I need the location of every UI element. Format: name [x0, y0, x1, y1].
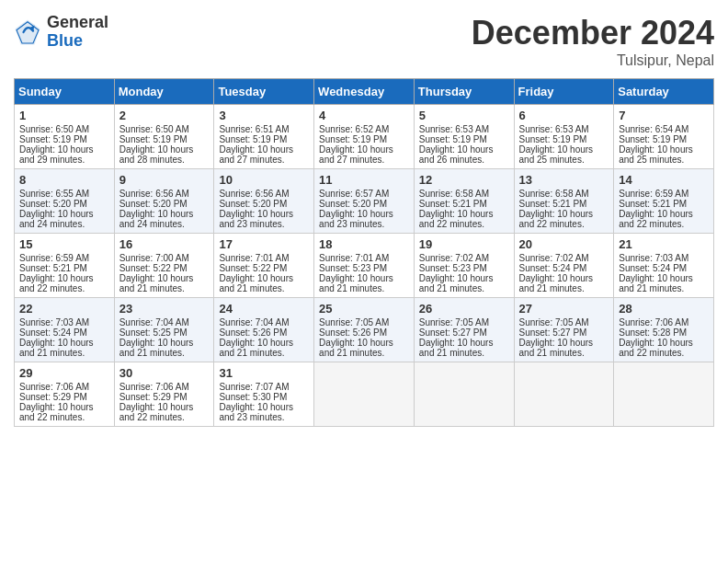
- day-info: Sunset: 5:23 PM: [319, 263, 409, 273]
- day-info: Daylight: 10 hours: [319, 209, 409, 219]
- day-info: Sunset: 5:20 PM: [19, 199, 109, 209]
- day-number: 31: [219, 366, 309, 380]
- day-number: 29: [19, 366, 109, 380]
- day-info: Daylight: 10 hours: [219, 338, 309, 348]
- day-info: Sunrise: 7:01 AM: [219, 253, 309, 263]
- table-row: [614, 362, 714, 427]
- day-info: and 21 minutes.: [519, 283, 609, 293]
- day-info: Sunrise: 7:03 AM: [19, 317, 109, 327]
- table-row: 12Sunrise: 6:58 AMSunset: 5:21 PMDayligh…: [414, 169, 514, 234]
- day-info: Sunrise: 7:05 AM: [519, 317, 609, 327]
- day-info: Sunrise: 6:54 AM: [619, 124, 709, 134]
- day-info: Sunset: 5:25 PM: [119, 327, 210, 338]
- day-info: Sunrise: 6:58 AM: [419, 189, 509, 199]
- day-info: and 21 minutes.: [219, 348, 309, 358]
- calendar-row: 15Sunrise: 6:59 AMSunset: 5:21 PMDayligh…: [15, 234, 714, 298]
- day-number: 14: [619, 173, 709, 187]
- day-info: Daylight: 10 hours: [219, 273, 309, 283]
- month-title: December 2024: [472, 14, 714, 52]
- table-row: [514, 362, 614, 427]
- day-info: Daylight: 10 hours: [19, 273, 109, 283]
- table-row: 23Sunrise: 7:04 AMSunset: 5:25 PMDayligh…: [114, 298, 214, 362]
- day-info: and 28 minutes.: [119, 155, 210, 165]
- day-info: Sunrise: 6:50 AM: [19, 124, 109, 134]
- day-info: Sunset: 5:22 PM: [219, 263, 309, 273]
- table-row: 11Sunrise: 6:57 AMSunset: 5:20 PMDayligh…: [314, 169, 415, 234]
- day-number: 17: [219, 237, 309, 251]
- day-number: 11: [319, 173, 409, 187]
- day-info: Sunset: 5:30 PM: [219, 392, 309, 402]
- day-info: Sunset: 5:19 PM: [319, 134, 409, 144]
- table-row: 19Sunrise: 7:02 AMSunset: 5:23 PMDayligh…: [414, 234, 514, 298]
- day-info: and 21 minutes.: [319, 348, 409, 358]
- day-info: and 21 minutes.: [619, 283, 709, 293]
- table-row: [314, 362, 415, 427]
- day-number: 3: [219, 109, 309, 122]
- day-info: Sunrise: 6:55 AM: [19, 189, 109, 199]
- day-number: 30: [119, 366, 210, 380]
- day-info: Daylight: 10 hours: [519, 209, 609, 219]
- day-info: Sunrise: 7:04 AM: [119, 317, 210, 327]
- day-info: and 22 minutes.: [519, 219, 609, 229]
- day-number: 12: [419, 173, 509, 187]
- table-row: 30Sunrise: 7:06 AMSunset: 5:29 PMDayligh…: [114, 362, 214, 427]
- day-info: Daylight: 10 hours: [419, 144, 509, 155]
- day-info: Daylight: 10 hours: [119, 338, 210, 348]
- day-number: 6: [519, 109, 609, 122]
- table-row: 18Sunrise: 7:01 AMSunset: 5:23 PMDayligh…: [314, 234, 415, 298]
- day-info: Sunrise: 6:58 AM: [519, 189, 609, 199]
- day-info: Sunset: 5:24 PM: [619, 263, 709, 273]
- day-info: and 25 minutes.: [519, 155, 609, 165]
- day-info: Sunset: 5:19 PM: [119, 134, 210, 144]
- day-info: Daylight: 10 hours: [419, 209, 509, 219]
- table-row: 22Sunrise: 7:03 AMSunset: 5:24 PMDayligh…: [15, 298, 115, 362]
- day-info: Sunset: 5:21 PM: [419, 199, 509, 209]
- day-number: 16: [119, 237, 210, 251]
- logo-blue: Blue: [47, 32, 108, 51]
- day-info: Daylight: 10 hours: [619, 144, 709, 155]
- table-row: 1Sunrise: 6:50 AMSunset: 5:19 PMDaylight…: [15, 105, 115, 169]
- svg-marker-0: [16, 19, 40, 44]
- calendar-row: 8Sunrise: 6:55 AMSunset: 5:20 PMDaylight…: [15, 169, 714, 234]
- table-row: 8Sunrise: 6:55 AMSunset: 5:20 PMDaylight…: [15, 169, 115, 234]
- day-number: 9: [119, 173, 210, 187]
- col-tuesday: Tuesday: [214, 79, 314, 105]
- day-info: Sunrise: 7:01 AM: [319, 253, 409, 263]
- day-info: Sunset: 5:20 PM: [219, 199, 309, 209]
- day-info: Sunset: 5:24 PM: [519, 263, 609, 273]
- day-info: Sunrise: 7:02 AM: [519, 253, 609, 263]
- day-info: Sunset: 5:19 PM: [619, 134, 709, 144]
- table-row: 20Sunrise: 7:02 AMSunset: 5:24 PMDayligh…: [514, 234, 614, 298]
- col-monday: Monday: [114, 79, 214, 105]
- day-info: Sunset: 5:21 PM: [619, 199, 709, 209]
- day-info: and 21 minutes.: [119, 283, 210, 293]
- day-info: and 24 minutes.: [119, 219, 210, 229]
- day-info: Sunrise: 7:03 AM: [619, 253, 709, 263]
- table-row: 4Sunrise: 6:52 AMSunset: 5:19 PMDaylight…: [314, 105, 415, 169]
- table-row: 3Sunrise: 6:51 AMSunset: 5:19 PMDaylight…: [214, 105, 314, 169]
- table-row: 31Sunrise: 7:07 AMSunset: 5:30 PMDayligh…: [214, 362, 314, 427]
- day-info: Sunset: 5:21 PM: [519, 199, 609, 209]
- table-row: 14Sunrise: 6:59 AMSunset: 5:21 PMDayligh…: [614, 169, 714, 234]
- table-row: 27Sunrise: 7:05 AMSunset: 5:27 PMDayligh…: [514, 298, 614, 362]
- day-info: and 27 minutes.: [319, 155, 409, 165]
- day-number: 26: [419, 302, 509, 316]
- day-info: Sunrise: 6:56 AM: [219, 189, 309, 199]
- table-row: 9Sunrise: 6:56 AMSunset: 5:20 PMDaylight…: [114, 169, 214, 234]
- day-info: Daylight: 10 hours: [519, 338, 609, 348]
- day-info: Daylight: 10 hours: [19, 209, 109, 219]
- table-row: 6Sunrise: 6:53 AMSunset: 5:19 PMDaylight…: [514, 105, 614, 169]
- day-info: and 22 minutes.: [619, 219, 709, 229]
- day-number: 15: [19, 237, 109, 251]
- day-info: Sunset: 5:19 PM: [219, 134, 309, 144]
- day-info: and 21 minutes.: [219, 283, 309, 293]
- day-info: Sunrise: 6:52 AM: [319, 124, 409, 134]
- table-row: 7Sunrise: 6:54 AMSunset: 5:19 PMDaylight…: [614, 105, 714, 169]
- day-info: Sunset: 5:20 PM: [119, 199, 210, 209]
- day-info: Sunrise: 7:05 AM: [319, 317, 409, 327]
- day-number: 23: [119, 302, 210, 316]
- day-info: Sunset: 5:20 PM: [319, 199, 409, 209]
- day-info: Sunset: 5:19 PM: [519, 134, 609, 144]
- calendar-header-row: Sunday Monday Tuesday Wednesday Thursday…: [15, 79, 714, 105]
- day-number: 10: [219, 173, 309, 187]
